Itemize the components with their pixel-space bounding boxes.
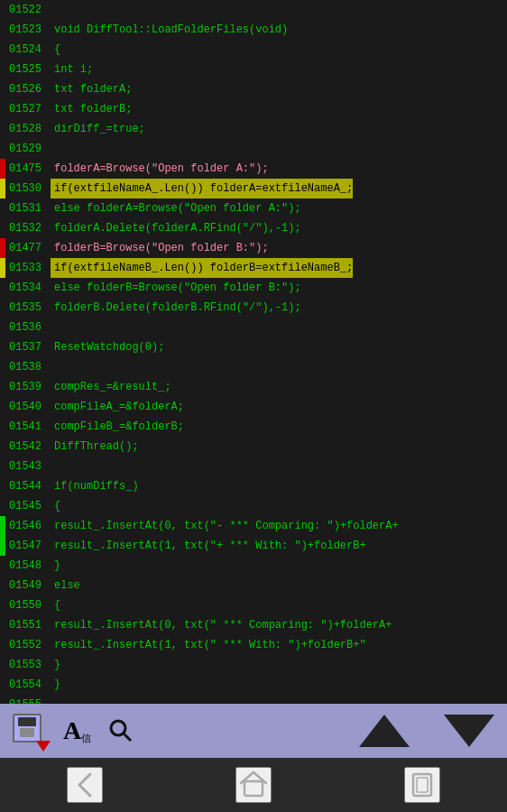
up-arrow-icon	[359, 715, 410, 747]
line-content: {	[51, 595, 60, 615]
line-content: }	[51, 556, 60, 576]
line-number: 01525	[5, 60, 51, 79]
line-content: if(extfileNameA_.Len()) folderA=extfileN…	[51, 179, 353, 198]
svg-line-1	[124, 734, 131, 741]
nav-down-button[interactable]	[440, 711, 498, 751]
line-number: 01538	[5, 357, 51, 377]
line-content: compFileB_=&folderB;	[51, 417, 184, 437]
table-row: 01542 DiffThread();	[0, 437, 507, 457]
line-content: folderA.Delete(folderA.RFind("/"),-1);	[51, 218, 301, 238]
recents-button[interactable]	[404, 767, 440, 803]
line-content: else	[51, 576, 80, 595]
font-button[interactable]: A 信	[60, 713, 95, 749]
line-number: 01551	[5, 615, 51, 635]
line-content: int i;	[51, 60, 93, 79]
line-number: 01541	[5, 417, 51, 437]
line-number: 01527	[5, 99, 51, 119]
home-icon	[237, 769, 270, 801]
table-row: 01554}	[0, 675, 507, 695]
table-row: 01550 {	[0, 595, 507, 615]
line-number: 01546	[5, 516, 51, 536]
line-number: 01552	[5, 635, 51, 655]
table-row: 01555	[0, 695, 507, 704]
line-number: 01529	[5, 139, 51, 159]
line-content: compRes_=&result_;	[51, 377, 171, 397]
table-row: 01529	[0, 139, 507, 159]
line-number: 01532	[5, 218, 51, 238]
svg-rect-2	[244, 781, 263, 796]
table-row: 01531 else folderA=Browse("Open folder A…	[0, 198, 507, 218]
table-row: 01536	[0, 318, 507, 337]
table-row: 01548 }	[0, 556, 507, 576]
line-content: {	[51, 40, 60, 60]
line-content: folderB.Delete(folderB.RFind("/"),-1);	[51, 298, 301, 318]
line-content: if(numDiffs_)	[51, 476, 139, 496]
line-number: 01553	[5, 655, 51, 675]
line-content: dirDiff_=true;	[51, 119, 145, 139]
table-row: 01549 else	[0, 576, 507, 595]
table-row: 01541 compFileB_=&folderB;	[0, 417, 507, 437]
table-row: 01533 if(extfileNameB_.Len()) folderB=ex…	[0, 258, 507, 278]
nav-up-button[interactable]	[355, 711, 413, 751]
line-number: 01477	[5, 238, 51, 258]
back-icon	[69, 769, 101, 801]
search-button[interactable]	[104, 714, 138, 748]
table-row: 01543	[0, 457, 507, 476]
table-row: 01534 else folderB=Browse("Open folder B…	[0, 278, 507, 298]
line-content: result_.InsertAt(1, txt("+ *** With: ")+…	[51, 536, 366, 556]
line-content: if(extfileNameB_.Len()) folderB=extfileN…	[51, 258, 353, 278]
line-content: compFileA_=&folderA;	[51, 397, 184, 417]
table-row: 01527 txt folderB;	[0, 99, 507, 119]
nav-buttons	[355, 711, 498, 751]
line-number: 01528	[5, 119, 51, 139]
toolbar: A 信	[0, 704, 507, 758]
line-number: 01531	[5, 198, 51, 218]
line-number: 01540	[5, 397, 51, 417]
back-button[interactable]	[67, 767, 103, 803]
table-row: 01477 folderB=Browse("Open folder B:");	[0, 238, 507, 258]
line-content: result_.InsertAt(0, txt(" *** Comparing:…	[51, 615, 392, 635]
table-row: 01546 result_.InsertAt(0, txt("- *** Com…	[0, 516, 507, 536]
line-content: folderA=Browse("Open folder A:");	[51, 159, 269, 179]
line-number: 01523	[5, 20, 51, 40]
line-number: 01534	[5, 278, 51, 298]
line-content: else folderA=Browse("Open folder A:");	[51, 198, 301, 218]
search-icon	[107, 717, 134, 744]
line-content: else folderB=Browse("Open folder B:");	[51, 278, 301, 298]
line-number: 01548	[5, 556, 51, 576]
nav-bar	[0, 758, 507, 812]
floppy-disk-icon	[13, 714, 41, 743]
svg-rect-4	[417, 778, 428, 792]
line-number: 01535	[5, 298, 51, 318]
download-arrow-icon	[36, 741, 51, 752]
table-row: 01545 {	[0, 496, 507, 516]
line-number: 01526	[5, 79, 51, 99]
table-row: 01530 if(extfileNameA_.Len()) folderA=ex…	[0, 179, 507, 198]
table-row: 01540 compFileA_=&folderA;	[0, 397, 507, 417]
table-row: 01532 folderA.Delete(folderA.RFind("/"),…	[0, 218, 507, 238]
table-row: 01523void DiffTool::LoadFolderFiles(void…	[0, 20, 507, 40]
line-number: 01555	[5, 695, 51, 704]
line-number: 01543	[5, 457, 51, 476]
table-row: 01544 if(numDiffs_)	[0, 476, 507, 496]
table-row: 01547 result_.InsertAt(1, txt("+ *** Wit…	[0, 536, 507, 556]
home-button[interactable]	[235, 767, 272, 803]
line-number: 01547	[5, 536, 51, 556]
table-row: 01524{	[0, 40, 507, 60]
line-number: 01542	[5, 437, 51, 457]
table-row: 01525 int i;	[0, 60, 507, 79]
line-number: 01522	[5, 0, 51, 20]
line-content: DiffThread();	[51, 437, 139, 457]
line-content: }	[51, 655, 60, 675]
table-row: 01551 result_.InsertAt(0, txt(" *** Comp…	[0, 615, 507, 635]
line-number: 01524	[5, 40, 51, 60]
line-number: 01545	[5, 496, 51, 516]
font-small-icon: 信	[81, 732, 91, 745]
line-number: 01544	[5, 476, 51, 496]
line-content: result_.InsertAt(1, txt(" *** With: ")+f…	[51, 635, 366, 655]
line-content: folderB=Browse("Open folder B:");	[51, 238, 269, 258]
table-row: 01535 folderB.Delete(folderB.RFind("/"),…	[0, 298, 507, 318]
line-number: 01475	[5, 159, 51, 179]
save-button[interactable]	[9, 710, 51, 752]
table-row: 01526 txt folderA;	[0, 79, 507, 99]
